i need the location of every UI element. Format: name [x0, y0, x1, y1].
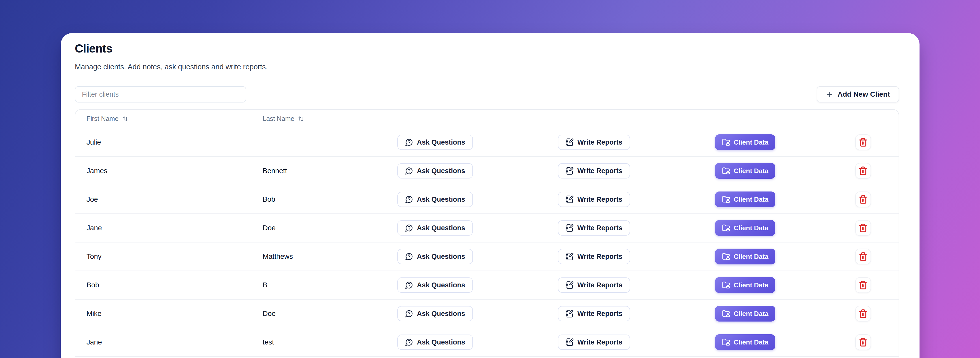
folder-lock-icon	[722, 167, 730, 175]
delete-client-button[interactable]	[855, 277, 871, 293]
table-row: Tony Matthews Ask Questions Write Report…	[75, 242, 899, 271]
write-reports-label: Write Reports	[577, 138, 622, 146]
table-row: Julie Ask Questions Write Reports	[75, 128, 899, 157]
ask-questions-label: Ask Questions	[417, 310, 465, 318]
write-reports-label: Write Reports	[577, 196, 622, 203]
notebook-pen-icon	[566, 252, 574, 261]
app-background: { "page": { "title": "Clients", "subtitl…	[0, 0, 980, 358]
table-body: Julie Ask Questions Write Reports	[75, 128, 899, 357]
trash-icon	[859, 223, 868, 233]
table-row: Joe Bob Ask Questions Write Reports	[75, 185, 899, 214]
trash-icon	[859, 166, 868, 176]
client-data-label: Client Data	[734, 196, 768, 203]
client-data-button[interactable]: Client Data	[715, 277, 775, 293]
filter-clients-input[interactable]	[75, 86, 246, 103]
ask-questions-button[interactable]: Ask Questions	[397, 220, 473, 236]
ask-questions-button[interactable]: Ask Questions	[397, 163, 473, 179]
folder-lock-icon	[722, 195, 730, 203]
ask-questions-button[interactable]: Ask Questions	[397, 135, 473, 150]
notebook-pen-icon	[566, 338, 574, 346]
ask-questions-button[interactable]: Ask Questions	[397, 249, 473, 264]
delete-client-button[interactable]	[855, 334, 871, 350]
ask-questions-label: Ask Questions	[417, 253, 465, 261]
ask-questions-button[interactable]: Ask Questions	[397, 334, 473, 350]
delete-client-button[interactable]	[855, 163, 871, 179]
message-question-icon	[405, 224, 413, 232]
column-header-last-name[interactable]: Last Name	[251, 115, 384, 123]
last-name-cell: Bob	[251, 195, 384, 203]
table-row: Bob B Ask Questions Write Reports	[75, 271, 899, 299]
column-header-last-name-label: Last Name	[262, 115, 294, 123]
client-data-label: Client Data	[734, 138, 768, 146]
client-data-label: Client Data	[734, 281, 768, 289]
folder-lock-icon	[722, 252, 730, 261]
client-data-label: Client Data	[734, 338, 768, 346]
table-row: Jane Doe Ask Questions Write Reports	[75, 214, 899, 242]
client-data-button[interactable]: Client Data	[715, 249, 775, 265]
first-name-cell: Joe	[75, 195, 251, 203]
trash-icon	[859, 337, 868, 347]
folder-lock-icon	[722, 281, 730, 289]
notebook-pen-icon	[566, 281, 574, 289]
last-name-cell: B	[251, 281, 384, 289]
ask-questions-label: Ask Questions	[417, 138, 465, 146]
delete-client-button[interactable]	[855, 192, 871, 207]
write-reports-button[interactable]: Write Reports	[558, 163, 630, 179]
add-new-client-button[interactable]: Add New Client	[817, 86, 899, 103]
notebook-pen-icon	[566, 138, 574, 146]
write-reports-button[interactable]: Write Reports	[558, 249, 630, 264]
client-data-button[interactable]: Client Data	[715, 334, 775, 350]
ask-questions-label: Ask Questions	[417, 224, 465, 232]
clients-card: Clients Manage clients. Add notes, ask q…	[61, 33, 920, 358]
last-name-cell: Doe	[251, 310, 384, 318]
toolbar: Add New Client	[75, 86, 899, 103]
write-reports-button[interactable]: Write Reports	[558, 306, 630, 321]
trash-icon	[859, 280, 868, 290]
write-reports-button[interactable]: Write Reports	[558, 220, 630, 236]
ask-questions-label: Ask Questions	[417, 281, 465, 289]
message-question-icon	[405, 138, 413, 146]
delete-client-button[interactable]	[855, 306, 871, 322]
write-reports-label: Write Reports	[577, 338, 622, 346]
notebook-pen-icon	[566, 224, 574, 232]
folder-lock-icon	[722, 310, 730, 318]
ask-questions-button[interactable]: Ask Questions	[397, 306, 473, 321]
folder-lock-icon	[722, 224, 730, 232]
first-name-cell: Jane	[75, 338, 251, 346]
client-data-button[interactable]: Client Data	[715, 135, 775, 150]
column-header-first-name[interactable]: First Name	[75, 115, 251, 123]
column-header-first-name-label: First Name	[86, 115, 119, 123]
message-question-icon	[405, 252, 413, 261]
client-data-button[interactable]: Client Data	[715, 220, 775, 236]
client-data-label: Client Data	[734, 310, 768, 318]
message-question-icon	[405, 195, 413, 203]
folder-lock-icon	[722, 138, 730, 146]
write-reports-button[interactable]: Write Reports	[558, 277, 630, 293]
page-title: Clients	[75, 41, 899, 55]
first-name-cell: Mike	[75, 310, 251, 318]
write-reports-label: Write Reports	[577, 224, 622, 232]
delete-client-button[interactable]	[855, 135, 871, 150]
ask-questions-label: Ask Questions	[417, 338, 465, 346]
clients-table: First Name Last Name Julie	[75, 109, 899, 358]
delete-client-button[interactable]	[855, 249, 871, 265]
write-reports-button[interactable]: Write Reports	[558, 135, 630, 150]
table-row: Mike Doe Ask Questions Write Reports	[75, 299, 899, 328]
client-data-button[interactable]: Client Data	[715, 163, 775, 179]
table-row: James Bennett Ask Questions Write Report…	[75, 157, 899, 185]
client-data-label: Client Data	[734, 224, 768, 232]
last-name-cell: Matthews	[251, 252, 384, 261]
client-data-button[interactable]: Client Data	[715, 192, 775, 207]
write-reports-button[interactable]: Write Reports	[558, 192, 630, 207]
write-reports-button[interactable]: Write Reports	[558, 334, 630, 350]
delete-client-button[interactable]	[855, 220, 871, 236]
last-name-cell: Doe	[251, 224, 384, 232]
client-data-button[interactable]: Client Data	[715, 306, 775, 322]
first-name-cell: James	[75, 167, 251, 175]
ask-questions-label: Ask Questions	[417, 167, 465, 175]
ask-questions-button[interactable]: Ask Questions	[397, 277, 473, 293]
first-name-cell: Bob	[75, 281, 251, 289]
message-question-icon	[405, 310, 413, 318]
ask-questions-button[interactable]: Ask Questions	[397, 192, 473, 207]
first-name-cell: Jane	[75, 224, 251, 232]
